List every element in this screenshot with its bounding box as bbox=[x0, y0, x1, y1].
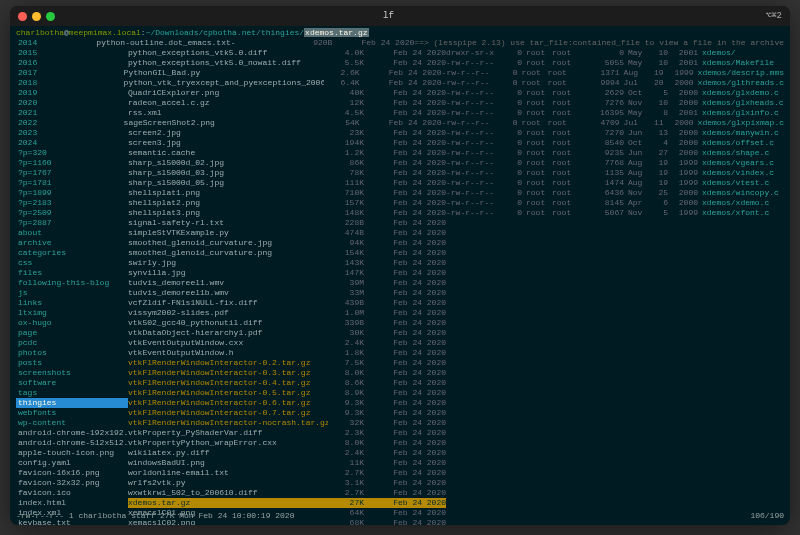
mid-item[interactable]: sharp_sl5000d_02.jpg86K Feb 24 2020 bbox=[128, 158, 446, 168]
left-item[interactable]: about bbox=[16, 228, 128, 238]
mid-item[interactable]: wikilatex.py.diff2.4K Feb 24 2020 bbox=[128, 448, 446, 458]
listing-row[interactable]: linksvcfZldif-FN1s1NULL-fix.diff439B Feb… bbox=[16, 298, 784, 308]
listing-row[interactable]: pagevtkDataObject-hierarchy1.pdf30K Feb … bbox=[16, 328, 784, 338]
left-item[interactable]: 2024 bbox=[16, 138, 128, 148]
mid-item[interactable]: worldonline-email.txt2.7K Feb 24 2020 bbox=[128, 468, 446, 478]
listing-row[interactable]: 2023screen2.jpg23K Feb 24 2020-rw-r--r--… bbox=[16, 128, 784, 138]
mid-item[interactable]: python_vtk_tryexcept_and_pyexceptions_20… bbox=[124, 78, 442, 88]
mid-item[interactable]: shellsplat3.png148K Feb 24 2020 bbox=[128, 208, 446, 218]
left-item[interactable]: ?p=1781 bbox=[16, 178, 128, 188]
mid-item[interactable]: vtkFlRenderWindowInteractor-0.7.tar.gz9.… bbox=[128, 408, 446, 418]
mid-item[interactable]: vtkFlRenderWindowInteractor-0.3.tar.gz8.… bbox=[128, 368, 446, 378]
left-item[interactable]: categories bbox=[16, 248, 128, 258]
listing-row[interactable]: cssswirly.jpg143K Feb 24 2020 bbox=[16, 258, 784, 268]
left-item[interactable]: ox-hugo bbox=[16, 318, 128, 328]
listing-row[interactable]: favicon.icowxwtkrwi_502_to_200610.diff2.… bbox=[16, 488, 784, 498]
mid-item[interactable]: PythonGIL_Bad.py2.6K Feb 24 2020 bbox=[124, 68, 442, 78]
listing-row[interactable]: ?p=1781sharp_sl5000d_05.jpg111K Feb 24 2… bbox=[16, 178, 784, 188]
left-item[interactable]: ?p=1160 bbox=[16, 158, 128, 168]
listing-row[interactable]: 2022sageScreenShot2.png54K Feb 24 2020-r… bbox=[16, 118, 784, 128]
left-item[interactable]: 2020 bbox=[16, 98, 128, 108]
mid-item[interactable]: shellsplat2.png157K Feb 24 2020 bbox=[128, 198, 446, 208]
mid-item[interactable]: vtkPropertyPython_wrapError.cxx8.0K Feb … bbox=[128, 438, 446, 448]
listing-row[interactable]: following-this-blogtudvis_demoreel1.wmv3… bbox=[16, 278, 784, 288]
mid-item[interactable]: vtk502_gcc40_pythonutil.diff339B Feb 24 … bbox=[128, 318, 446, 328]
close-icon[interactable] bbox=[18, 12, 27, 21]
listing-row[interactable]: screenshotsvtkFlRenderWindowInteractor-0… bbox=[16, 368, 784, 378]
listing-row[interactable]: tagsvtkFlRenderWindowInteractor-0.5.tar.… bbox=[16, 388, 784, 398]
left-item[interactable]: software bbox=[16, 378, 128, 388]
left-item[interactable]: 2018 bbox=[16, 78, 124, 88]
left-item[interactable]: wp-content bbox=[16, 418, 128, 428]
mid-item[interactable]: vtkFlRenderWindowInteractor-nocrash.tar.… bbox=[128, 418, 446, 428]
mid-item[interactable]: signal-safety-rl.txt228B Feb 24 2020 bbox=[128, 218, 446, 228]
listing-row[interactable]: pcdcvtkEventOutputWindow.cxx2.4K Feb 24 … bbox=[16, 338, 784, 348]
left-item[interactable]: posts bbox=[16, 358, 128, 368]
left-item[interactable]: ?p=1899 bbox=[16, 188, 128, 198]
listing-row[interactable]: aboutsimpleStVTKExample.py474B Feb 24 20… bbox=[16, 228, 784, 238]
mid-item[interactable]: rss.xml4.5K Feb 24 2020 bbox=[128, 108, 446, 118]
mid-item[interactable]: wrlfs2vtk.py3.1K Feb 24 2020 bbox=[128, 478, 446, 488]
left-item[interactable]: css bbox=[16, 258, 128, 268]
left-item[interactable]: screenshots bbox=[16, 368, 128, 378]
listing-row[interactable]: ltximgvissym2002-slides.pdf1.0M Feb 24 2… bbox=[16, 308, 784, 318]
left-item[interactable]: 2017 bbox=[16, 68, 124, 78]
mid-item[interactable]: semantic.cache1.2K Feb 24 2020 bbox=[128, 148, 446, 158]
left-item[interactable]: 2023 bbox=[16, 128, 128, 138]
left-item[interactable]: photos bbox=[16, 348, 128, 358]
left-item[interactable]: 2016 bbox=[16, 58, 128, 68]
listing-row[interactable]: filessynvilla.jpg147K Feb 24 2020 bbox=[16, 268, 784, 278]
mid-item[interactable]: xdemos.tar.gz27K Feb 24 2020 bbox=[128, 498, 446, 508]
listing-row[interactable]: photosvtkEventOutputWindow.h1.8K Feb 24 … bbox=[16, 348, 784, 358]
listing-row[interactable]: wp-contentvtkFlRenderWindowInteractor-no… bbox=[16, 418, 784, 428]
left-item[interactable]: android-chrome-192x192.png bbox=[16, 428, 128, 438]
mid-item[interactable]: vcfZldif-FN1s1NULL-fix.diff439B Feb 24 2… bbox=[128, 298, 446, 308]
listing-row[interactable]: apple-touch-icon.pngwikilatex.py.diff2.4… bbox=[16, 448, 784, 458]
listing-row[interactable]: archivesmoothed_glenoid_curvature.jpg94K… bbox=[16, 238, 784, 248]
terminal-body[interactable]: charlbotha@meepmimax.local:~/Downloads/c… bbox=[10, 26, 790, 525]
mid-item[interactable]: synvilla.jpg147K Feb 24 2020 bbox=[128, 268, 446, 278]
mid-item[interactable]: vtkFlRenderWindowInteractor-0.4.tar.gz8.… bbox=[128, 378, 446, 388]
listing-row[interactable]: 2018python_vtk_tryexcept_and_pyexception… bbox=[16, 78, 784, 88]
mid-item[interactable]: QuadriCExplorer.png40K Feb 24 2020 bbox=[128, 88, 446, 98]
mid-item[interactable]: sharp_sl5000d_05.jpg111K Feb 24 2020 bbox=[128, 178, 446, 188]
left-item[interactable]: android-chrome-512x512.png bbox=[16, 438, 128, 448]
mid-item[interactable]: vtkEventOutputWindow.h1.8K Feb 24 2020 bbox=[128, 348, 446, 358]
mid-item[interactable]: python_exceptions_vtk5.0.diff4.0K Feb 24… bbox=[128, 48, 446, 58]
mid-item[interactable]: screen2.jpg23K Feb 24 2020 bbox=[128, 128, 446, 138]
mid-item[interactable]: vtkFlRenderWindowInteractor-0.2.tar.gz7.… bbox=[128, 358, 446, 368]
mid-item[interactable]: python_exceptions_vtk5.0_nowait.diff5.5K… bbox=[128, 58, 446, 68]
left-item[interactable]: favicon-16x16.png bbox=[16, 468, 128, 478]
listing-row[interactable]: favicon-16x16.pngworldonline-email.txt2.… bbox=[16, 468, 784, 478]
mid-item[interactable]: shellsplat1.png710K Feb 24 2020 bbox=[128, 188, 446, 198]
listing-row[interactable]: 2020radeon_accel.c.gz12K Feb 24 2020-rw-… bbox=[16, 98, 784, 108]
listing-row[interactable]: index.htmlxdemos.tar.gz27K Feb 24 2020 bbox=[16, 498, 784, 508]
listing-row[interactable]: android-chrome-512x512.pngvtkPropertyPyt… bbox=[16, 438, 784, 448]
left-item[interactable]: favicon-32x32.png bbox=[16, 478, 128, 488]
mid-item[interactable]: vtkFlRenderWindowInteractor-0.5.tar.gz8.… bbox=[128, 388, 446, 398]
mid-item[interactable]: smoothed_glenoid_curvature.png154K Feb 2… bbox=[128, 248, 446, 258]
zoom-icon[interactable] bbox=[46, 12, 55, 21]
mid-item[interactable]: sageScreenShot2.png54K Feb 24 2020 bbox=[124, 118, 442, 128]
left-item[interactable]: 2019 bbox=[16, 88, 128, 98]
left-item[interactable]: page bbox=[16, 328, 128, 338]
listing-row[interactable]: 2017PythonGIL_Bad.py2.6K Feb 24 2020-rw-… bbox=[16, 68, 784, 78]
listing-row[interactable]: ?p=2183shellsplat2.png157K Feb 24 2020-r… bbox=[16, 198, 784, 208]
left-item[interactable]: tags bbox=[16, 388, 128, 398]
listing-row[interactable]: 2024screen3.jpg194K Feb 24 2020-rw-r--r-… bbox=[16, 138, 784, 148]
left-item[interactable]: following-this-blog bbox=[16, 278, 128, 288]
listing-row[interactable]: 2021rss.xml4.5K Feb 24 2020-rw-r--r--0ro… bbox=[16, 108, 784, 118]
left-item[interactable]: ?p=320 bbox=[16, 148, 128, 158]
left-item[interactable]: ?p=2509 bbox=[16, 208, 128, 218]
mid-item[interactable]: tudvis_demoreel1b.wmv33M Feb 24 2020 bbox=[128, 288, 446, 298]
listing-row[interactable]: ?p=2887signal-safety-rl.txt228B Feb 24 2… bbox=[16, 218, 784, 228]
mid-item[interactable]: tudvis_demoreel1.wmv39M Feb 24 2020 bbox=[128, 278, 446, 288]
mid-item[interactable]: windowsBadUI.png11K Feb 24 2020 bbox=[128, 458, 446, 468]
left-item[interactable]: config.yaml bbox=[16, 458, 128, 468]
listing-row[interactable]: postsvtkFlRenderWindowInteractor-0.2.tar… bbox=[16, 358, 784, 368]
mid-item[interactable]: swirly.jpg143K Feb 24 2020 bbox=[128, 258, 446, 268]
listing-row[interactable]: config.yamlwindowsBadUI.png11K Feb 24 20… bbox=[16, 458, 784, 468]
listing-row[interactable]: 2015python_exceptions_vtk5.0.diff4.0K Fe… bbox=[16, 48, 784, 58]
mid-item[interactable]: sharp_sl5000d_03.jpg78K Feb 24 2020 bbox=[128, 168, 446, 178]
left-item[interactable]: files bbox=[16, 268, 128, 278]
